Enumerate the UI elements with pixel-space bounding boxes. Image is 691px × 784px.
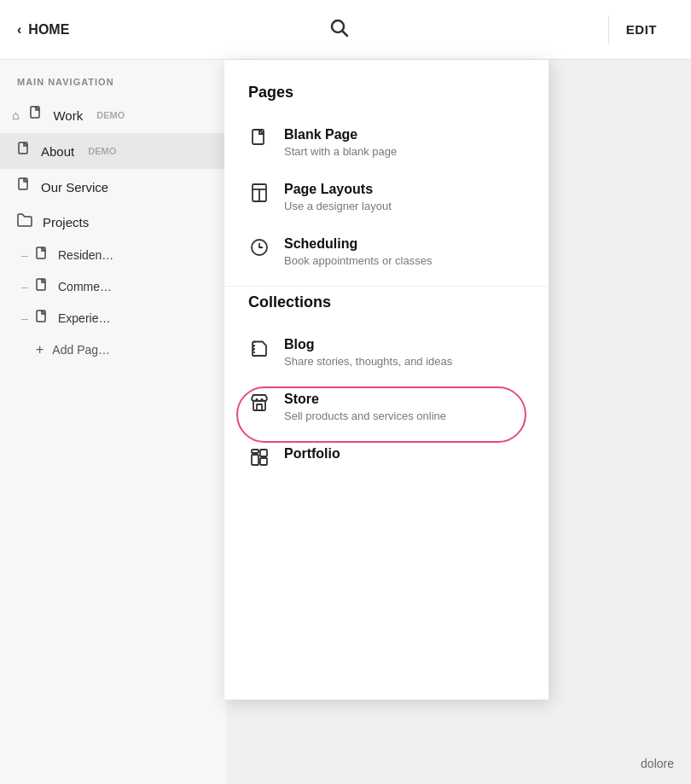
dolore-text: dolore (641, 757, 674, 770)
svg-rect-15 (252, 455, 258, 465)
page-icon-about (17, 142, 31, 160)
about-demo-badge: DEMO (88, 146, 116, 156)
sidebar-projects-label: Projects (43, 215, 89, 229)
portfolio-title: Portfolio (284, 446, 340, 462)
page-layouts-icon (248, 183, 270, 207)
experience-label: Experie… (58, 311, 110, 325)
add-page-label: Add Pag… (52, 343, 110, 357)
svg-rect-17 (260, 458, 267, 465)
blank-page-desc: Start with a blank page (284, 145, 397, 158)
scheduling-title: Scheduling (284, 236, 432, 252)
sidebar-item-projects[interactable]: Projects (0, 205, 226, 239)
page-icon-service (17, 177, 31, 196)
scheduling-desc: Book appointments or classes (284, 254, 432, 267)
home-label: HOME (28, 22, 69, 38)
sidebar-item-residential[interactable]: Residen… (0, 239, 226, 270)
dropdown-blog[interactable]: Blog Share stories, thoughts, and ideas (224, 325, 549, 380)
blank-page-icon (248, 129, 270, 153)
store-wrapper: Store Sell products and services online (224, 380, 549, 434)
page-layouts-title: Page Layouts (284, 182, 392, 197)
blog-desc: Share stories, thoughts, and ideas (284, 355, 452, 368)
page-icon-work (29, 106, 43, 125)
page-icon-residential (36, 247, 48, 263)
nav-section-label: MAIN NAVIGATION (0, 77, 226, 97)
collections-section-title: Collections (224, 293, 549, 325)
back-home-button[interactable]: ‹ HOME (17, 22, 69, 38)
page-layouts-text: Page Layouts Use a designer layout (284, 182, 392, 212)
svg-line-1 (343, 31, 348, 36)
sidebar-item-commercial[interactable]: Comme… (0, 270, 226, 302)
sidebar: MAIN NAVIGATION ⌂ Work DEMO About DEMO (0, 60, 226, 784)
sidebar-service-label: Our Service (41, 180, 108, 195)
store-text: Store Sell products and services online (284, 392, 446, 422)
blank-page-title: Blank Page (284, 127, 397, 142)
store-title: Store (284, 392, 446, 407)
plus-icon: + (36, 342, 44, 357)
scheduling-icon (248, 238, 270, 262)
sidebar-about-label: About (41, 144, 74, 159)
blog-icon (248, 339, 270, 363)
store-icon (248, 393, 270, 417)
page-layouts-desc: Use a designer layout (284, 200, 392, 212)
folder-icon-projects (17, 213, 32, 230)
home-small-icon: ⌂ (12, 108, 19, 122)
blog-text: Blog Share stories, thoughts, and ideas (284, 337, 452, 368)
svg-rect-16 (260, 450, 267, 456)
sidebar-item-about[interactable]: About DEMO (0, 133, 226, 169)
dropdown-blank-page[interactable]: Blank Page Start with a blank page (224, 115, 549, 170)
svg-rect-13 (253, 401, 265, 410)
dropdown-scheduling[interactable]: Scheduling Book appointments or classes (224, 224, 549, 279)
scheduling-text: Scheduling Book appointments or classes (284, 236, 432, 267)
divider (224, 286, 549, 287)
portfolio-icon (248, 448, 270, 472)
dropdown-portfolio[interactable]: Portfolio (224, 434, 549, 484)
edit-button[interactable]: EDIT (608, 15, 674, 44)
pages-section-title: Pages (224, 84, 549, 115)
sidebar-item-experience[interactable]: Experie… (0, 302, 226, 334)
back-arrow-icon: ‹ (17, 22, 21, 38)
svg-rect-18 (252, 450, 258, 453)
add-page-dropdown: Pages Blank Page Start with a blank page… (224, 60, 549, 700)
store-desc: Sell products and services online (284, 409, 446, 422)
page-icon-experience (36, 310, 48, 326)
search-icon[interactable] (328, 17, 349, 43)
residential-label: Residen… (58, 248, 113, 262)
blog-title: Blog (284, 337, 452, 352)
svg-rect-14 (257, 404, 262, 410)
page-icon-commercial (36, 278, 48, 294)
work-demo-badge: DEMO (96, 110, 125, 120)
sidebar-item-our-service[interactable]: Our Service (0, 169, 226, 205)
add-page-button[interactable]: + Add Pag… (0, 334, 226, 366)
collections-section: Collections Blog Share stories, thoughts… (224, 293, 549, 484)
sidebar-work-label: Work (53, 108, 83, 123)
commercial-label: Comme… (58, 280, 112, 293)
portfolio-text: Portfolio (284, 446, 340, 464)
blank-page-text: Blank Page Start with a blank page (284, 127, 397, 158)
dropdown-store[interactable]: Store Sell products and services online (224, 380, 549, 434)
dropdown-page-layouts[interactable]: Page Layouts Use a designer layout (224, 170, 549, 224)
header: ‹ HOME EDIT (0, 0, 691, 60)
sidebar-item-work[interactable]: ⌂ Work DEMO (0, 97, 226, 133)
